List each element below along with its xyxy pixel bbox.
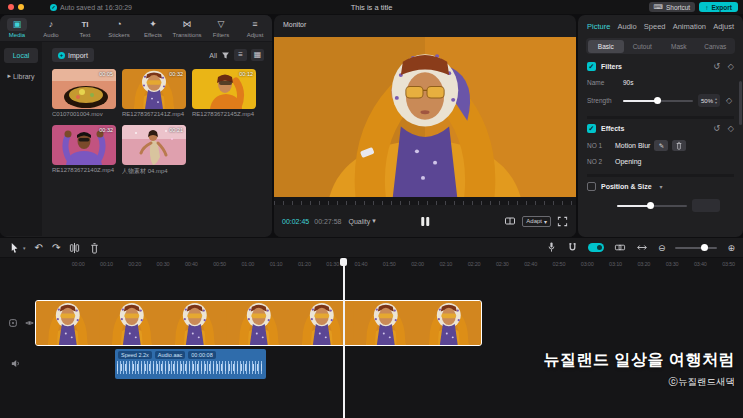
tab-transitions[interactable]: ⋈ Transitions <box>170 18 204 38</box>
window-controls[interactable] <box>8 4 24 10</box>
caption-line1: 뉴질랜드 일상을 여행처럼 <box>544 350 735 371</box>
delete-effect-button[interactable] <box>672 140 686 151</box>
strength-value-box[interactable]: 50% ▴▾ <box>698 94 720 107</box>
position-size-checkbox[interactable] <box>587 182 596 191</box>
track-cover-icon[interactable] <box>8 318 18 328</box>
media-filename: 人物素材 04.mp4 <box>122 167 186 176</box>
redo-icon[interactable]: ↷ <box>52 243 60 253</box>
filters-checkbox[interactable]: ✓ <box>587 62 596 71</box>
overlap-clips-icon[interactable] <box>614 242 626 253</box>
collapse-caret-icon[interactable]: ▾ <box>660 183 663 190</box>
edit-icon: ✎ <box>659 142 664 150</box>
tab-text[interactable]: TI Text <box>68 18 102 38</box>
video-preview[interactable] <box>274 37 576 197</box>
video-editor-app: ✓ Auto saved at 16:30:29 This is a title… <box>0 0 743 418</box>
monitor-label: Monitor <box>274 15 576 37</box>
tool-caret-icon[interactable]: ▾ <box>23 245 26 251</box>
keyframe-icon[interactable]: ◇ <box>728 124 734 133</box>
undo-icon[interactable]: ↶ <box>35 243 43 253</box>
media-item[interactable]: 00:32 RE12783672141Z.mp4 <box>122 69 186 117</box>
expand-clip-icon[interactable] <box>636 242 648 253</box>
mute-audio-icon[interactable] <box>10 358 21 369</box>
project-title: This is a title <box>351 3 393 12</box>
effects-checkbox[interactable]: ✓ <box>587 124 596 133</box>
scale-slider[interactable] <box>617 205 687 207</box>
stepper-icons[interactable]: ▴▾ <box>715 97 717 105</box>
keyframe-icon[interactable]: ◇ <box>728 62 734 71</box>
subtab-mask[interactable]: Mask <box>661 40 698 53</box>
tab-speed[interactable]: Speed <box>644 22 666 35</box>
close-window-icon[interactable] <box>8 4 14 10</box>
tab-audio-props[interactable]: Audio <box>617 22 636 35</box>
trash-icon <box>675 141 683 150</box>
media-tab-icon: ▣ <box>7 18 28 31</box>
record-voiceover-icon[interactable] <box>546 241 557 254</box>
import-button[interactable]: + Import <box>52 48 94 62</box>
split-clip-icon[interactable] <box>69 242 80 254</box>
quality-dropdown[interactable]: Quality ▾ <box>349 217 376 225</box>
export-button[interactable]: ↑ Export <box>699 2 738 12</box>
fullscreen-icon[interactable] <box>557 216 568 227</box>
stickers-tab-icon: ◔ <box>110 18 127 31</box>
tab-adjust[interactable]: ≡ Adjust <box>238 18 272 38</box>
subtab-canvas[interactable]: Canvas <box>697 40 734 53</box>
media-thumbnail-yellow[interactable]: 00:12 <box>192 69 256 109</box>
tab-picture[interactable]: Picture <box>587 22 610 35</box>
funnel-filter-icon[interactable] <box>221 51 230 60</box>
tab-filters[interactable]: ▽ Filters <box>204 18 238 38</box>
subtab-cutout[interactable]: Cutout <box>624 40 661 53</box>
media-thumbnail-dancer[interactable]: 00:21 <box>122 125 186 165</box>
select-tool-icon[interactable] <box>9 242 20 254</box>
inspector-scrollbar[interactable] <box>739 81 742 125</box>
scale-value-box[interactable] <box>692 199 720 212</box>
edit-effect-button[interactable]: ✎ <box>654 140 668 151</box>
media-item[interactable]: 00:12 RE12783672145Z.mp4 <box>192 69 256 117</box>
timeline: 00:0000:1000:2000:3000:4000:5001:0001:10… <box>0 258 743 418</box>
tab-audio[interactable]: ♪ Audio <box>34 18 68 38</box>
hide-track-icon[interactable] <box>24 318 35 328</box>
audio-clip[interactable]: Speed 2.2x Audio.aac 00:00:08 <box>115 349 266 379</box>
magnet-snap-icon[interactable] <box>567 242 578 253</box>
media-filename: RE12783672141Z.mp4 <box>122 111 186 117</box>
tab-media[interactable]: ▣ Media <box>0 18 34 38</box>
inspector-tabs: Picture Audio Speed Animation Adjust <box>578 15 743 35</box>
media-item[interactable]: 00:21 人物素材 04.mp4 <box>122 125 186 176</box>
tab-adjust-props[interactable]: Adjust <box>713 22 734 35</box>
zoom-out-icon[interactable]: ⊖ <box>658 243 666 253</box>
media-item[interactable]: 00:32 RE12783672140Z.mp4 <box>52 125 116 176</box>
media-thumbnail-purple-man[interactable]: 00:32 <box>52 125 116 165</box>
media-item[interactable]: 00:05 C0107001004.mov <box>52 69 116 117</box>
preview-frame-art <box>274 37 576 197</box>
keyframe-icon[interactable]: ◇ <box>726 96 732 105</box>
shortcut-button[interactable]: ⌨ Shortcut <box>649 2 696 12</box>
media-thumbnail-portrait[interactable]: 00:32 <box>122 69 186 109</box>
ratio-icon[interactable] <box>504 215 516 227</box>
list-view-icon[interactable]: ≡ <box>234 49 247 61</box>
sidebar-item-local[interactable]: Local <box>4 48 38 63</box>
reset-icon[interactable]: ↺ <box>713 62 720 71</box>
sidebar-item-library[interactable]: ▸ Library <box>0 72 42 80</box>
delete-clip-icon[interactable] <box>89 242 100 254</box>
timeline-ruler[interactable]: 00:0000:1000:2000:3000:4000:5001:0001:10… <box>0 258 743 270</box>
minimize-window-icon[interactable] <box>18 4 24 10</box>
tab-effects[interactable]: ✦ Effects <box>136 18 170 38</box>
reset-icon[interactable]: ↺ <box>713 124 720 133</box>
duration-badge: 00:12 <box>239 71 253 77</box>
tab-stickers[interactable]: ◔ Stickers <box>102 18 136 38</box>
playhead[interactable] <box>343 258 345 418</box>
zoom-in-icon[interactable]: ⊕ <box>727 243 735 253</box>
strength-slider[interactable] <box>623 100 693 102</box>
filter-all-label[interactable]: All <box>209 52 217 59</box>
playback-controls: 00:02:45 00:27:58 Quality ▾ Adapt ▾ <box>274 205 576 237</box>
subtab-basic[interactable]: Basic <box>588 40 625 53</box>
audio-tab-icon: ♪ <box>43 18 60 31</box>
media-thumbnail-food[interactable]: 00:05 <box>52 69 116 109</box>
pause-button[interactable] <box>421 217 429 226</box>
grid-view-icon[interactable]: ▦ <box>251 49 264 61</box>
video-clip-selected[interactable] <box>35 300 482 346</box>
adapt-dropdown[interactable]: Adapt ▾ <box>522 216 551 227</box>
auto-ripple-toggle[interactable] <box>588 243 604 252</box>
tab-animation[interactable]: Animation <box>673 22 706 35</box>
timeline-zoom-slider[interactable] <box>675 247 717 249</box>
preview-scrubber[interactable] <box>274 197 576 205</box>
